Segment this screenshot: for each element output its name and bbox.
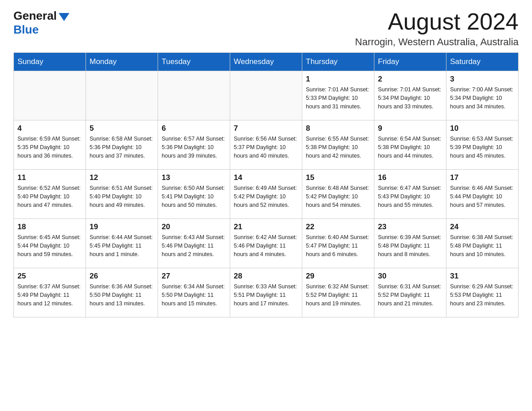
calendar-cell: 11Sunrise: 6:52 AM Sunset: 5:40 PM Dayli… <box>14 170 86 219</box>
day-info: Sunrise: 6:57 AM Sunset: 5:36 PM Dayligh… <box>162 135 226 160</box>
calendar-header-row: SundayMondayTuesdayWednesdayThursdayFrid… <box>14 53 519 71</box>
day-number: 22 <box>306 223 370 231</box>
day-info: Sunrise: 6:49 AM Sunset: 5:42 PM Dayligh… <box>234 184 298 209</box>
day-number: 30 <box>378 272 442 281</box>
calendar-cell: 14Sunrise: 6:49 AM Sunset: 5:42 PM Dayli… <box>230 170 302 219</box>
calendar-cell: 28Sunrise: 6:33 AM Sunset: 5:51 PM Dayli… <box>230 268 302 317</box>
day-number: 21 <box>234 223 298 231</box>
day-info: Sunrise: 6:54 AM Sunset: 5:38 PM Dayligh… <box>378 135 442 160</box>
calendar-week-row: 25Sunrise: 6:37 AM Sunset: 5:49 PM Dayli… <box>14 268 519 317</box>
day-info: Sunrise: 6:53 AM Sunset: 5:39 PM Dayligh… <box>450 135 515 160</box>
day-info: Sunrise: 6:39 AM Sunset: 5:48 PM Dayligh… <box>378 233 442 258</box>
day-number: 9 <box>378 124 442 133</box>
calendar-cell: 17Sunrise: 6:46 AM Sunset: 5:44 PM Dayli… <box>446 170 519 219</box>
day-number: 26 <box>90 272 154 281</box>
day-info: Sunrise: 6:43 AM Sunset: 5:46 PM Dayligh… <box>162 233 226 258</box>
day-info: Sunrise: 6:45 AM Sunset: 5:44 PM Dayligh… <box>17 233 82 258</box>
calendar-table: SundayMondayTuesdayWednesdayThursdayFrid… <box>13 52 519 317</box>
day-number: 1 <box>306 75 370 84</box>
calendar-cell: 3Sunrise: 7:00 AM Sunset: 5:34 PM Daylig… <box>446 71 519 120</box>
calendar-cell <box>86 71 158 120</box>
day-number: 24 <box>450 223 515 231</box>
calendar-header-tuesday: Tuesday <box>158 53 230 71</box>
calendar-cell: 23Sunrise: 6:39 AM Sunset: 5:48 PM Dayli… <box>374 219 446 268</box>
day-number: 25 <box>17 272 82 281</box>
day-number: 23 <box>378 223 442 231</box>
day-number: 14 <box>234 173 298 182</box>
day-number: 31 <box>450 272 515 281</box>
calendar-week-row: 4Sunrise: 6:59 AM Sunset: 5:35 PM Daylig… <box>14 120 519 170</box>
day-info: Sunrise: 6:48 AM Sunset: 5:42 PM Dayligh… <box>306 184 370 209</box>
day-number: 7 <box>234 124 298 133</box>
calendar-cell: 12Sunrise: 6:51 AM Sunset: 5:40 PM Dayli… <box>86 170 158 219</box>
day-number: 2 <box>378 75 442 84</box>
month-title: August 2024 <box>355 9 519 34</box>
day-number: 15 <box>306 173 370 182</box>
day-number: 27 <box>162 272 226 281</box>
calendar-header-saturday: Saturday <box>446 53 519 71</box>
calendar-cell: 30Sunrise: 6:31 AM Sunset: 5:52 PM Dayli… <box>374 268 446 317</box>
day-info: Sunrise: 6:33 AM Sunset: 5:51 PM Dayligh… <box>234 283 298 308</box>
calendar-cell: 10Sunrise: 6:53 AM Sunset: 5:39 PM Dayli… <box>446 120 519 170</box>
day-number: 28 <box>234 272 298 281</box>
day-info: Sunrise: 6:52 AM Sunset: 5:40 PM Dayligh… <box>17 184 82 209</box>
day-info: Sunrise: 6:56 AM Sunset: 5:37 PM Dayligh… <box>234 135 298 160</box>
calendar-week-row: 18Sunrise: 6:45 AM Sunset: 5:44 PM Dayli… <box>14 219 519 268</box>
day-info: Sunrise: 6:37 AM Sunset: 5:49 PM Dayligh… <box>17 283 82 308</box>
logo-triangle-icon <box>59 13 69 21</box>
day-number: 10 <box>450 124 515 133</box>
day-number: 3 <box>450 75 515 84</box>
calendar-header-thursday: Thursday <box>302 53 374 71</box>
calendar-cell: 27Sunrise: 6:34 AM Sunset: 5:50 PM Dayli… <box>158 268 230 317</box>
day-number: 8 <box>306 124 370 133</box>
day-info: Sunrise: 7:00 AM Sunset: 5:34 PM Dayligh… <box>450 86 515 111</box>
calendar-cell: 31Sunrise: 6:29 AM Sunset: 5:53 PM Dayli… <box>446 268 519 317</box>
calendar-cell: 20Sunrise: 6:43 AM Sunset: 5:46 PM Dayli… <box>158 219 230 268</box>
calendar-header-sunday: Sunday <box>14 53 86 71</box>
day-number: 17 <box>450 173 515 182</box>
day-number: 11 <box>17 173 82 182</box>
day-info: Sunrise: 6:59 AM Sunset: 5:35 PM Dayligh… <box>17 135 82 160</box>
calendar-cell: 21Sunrise: 6:42 AM Sunset: 5:46 PM Dayli… <box>230 219 302 268</box>
day-info: Sunrise: 6:29 AM Sunset: 5:53 PM Dayligh… <box>450 283 515 308</box>
calendar-cell: 26Sunrise: 6:36 AM Sunset: 5:50 PM Dayli… <box>86 268 158 317</box>
calendar-cell: 1Sunrise: 7:01 AM Sunset: 5:33 PM Daylig… <box>302 71 374 120</box>
day-number: 5 <box>90 124 154 133</box>
day-info: Sunrise: 6:58 AM Sunset: 5:36 PM Dayligh… <box>90 135 154 160</box>
day-number: 19 <box>90 223 154 231</box>
day-number: 12 <box>90 173 154 182</box>
day-number: 18 <box>17 223 82 231</box>
calendar-cell: 13Sunrise: 6:50 AM Sunset: 5:41 PM Dayli… <box>158 170 230 219</box>
logo: General Blue <box>13 9 69 37</box>
logo-general-text: General <box>13 9 57 23</box>
calendar-cell: 24Sunrise: 6:38 AM Sunset: 5:48 PM Dayli… <box>446 219 519 268</box>
calendar-cell: 5Sunrise: 6:58 AM Sunset: 5:36 PM Daylig… <box>86 120 158 170</box>
calendar-cell <box>14 71 86 120</box>
day-info: Sunrise: 6:55 AM Sunset: 5:38 PM Dayligh… <box>306 135 370 160</box>
day-info: Sunrise: 6:31 AM Sunset: 5:52 PM Dayligh… <box>378 283 442 308</box>
calendar-header-wednesday: Wednesday <box>230 53 302 71</box>
calendar-cell: 9Sunrise: 6:54 AM Sunset: 5:38 PM Daylig… <box>374 120 446 170</box>
day-info: Sunrise: 6:40 AM Sunset: 5:47 PM Dayligh… <box>306 233 370 258</box>
calendar-cell: 8Sunrise: 6:55 AM Sunset: 5:38 PM Daylig… <box>302 120 374 170</box>
day-number: 29 <box>306 272 370 281</box>
day-info: Sunrise: 6:50 AM Sunset: 5:41 PM Dayligh… <box>162 184 226 209</box>
calendar-cell: 2Sunrise: 7:01 AM Sunset: 5:34 PM Daylig… <box>374 71 446 120</box>
day-info: Sunrise: 7:01 AM Sunset: 5:34 PM Dayligh… <box>378 86 442 111</box>
calendar-cell: 7Sunrise: 6:56 AM Sunset: 5:37 PM Daylig… <box>230 120 302 170</box>
calendar-cell <box>158 71 230 120</box>
calendar-cell: 16Sunrise: 6:47 AM Sunset: 5:43 PM Dayli… <box>374 170 446 219</box>
title-area: August 2024 Narrogin, Western Australia,… <box>355 9 519 48</box>
calendar-cell: 22Sunrise: 6:40 AM Sunset: 5:47 PM Dayli… <box>302 219 374 268</box>
day-info: Sunrise: 6:42 AM Sunset: 5:46 PM Dayligh… <box>234 233 298 258</box>
calendar-week-row: 11Sunrise: 6:52 AM Sunset: 5:40 PM Dayli… <box>14 170 519 219</box>
day-number: 4 <box>17 124 82 133</box>
day-info: Sunrise: 6:51 AM Sunset: 5:40 PM Dayligh… <box>90 184 154 209</box>
calendar-cell: 6Sunrise: 6:57 AM Sunset: 5:36 PM Daylig… <box>158 120 230 170</box>
day-info: Sunrise: 6:36 AM Sunset: 5:50 PM Dayligh… <box>90 283 154 308</box>
day-info: Sunrise: 6:46 AM Sunset: 5:44 PM Dayligh… <box>450 184 515 209</box>
location-title: Narrogin, Western Australia, Australia <box>355 36 519 48</box>
calendar-week-row: 1Sunrise: 7:01 AM Sunset: 5:33 PM Daylig… <box>14 71 519 120</box>
day-number: 20 <box>162 223 226 231</box>
day-number: 6 <box>162 124 226 133</box>
